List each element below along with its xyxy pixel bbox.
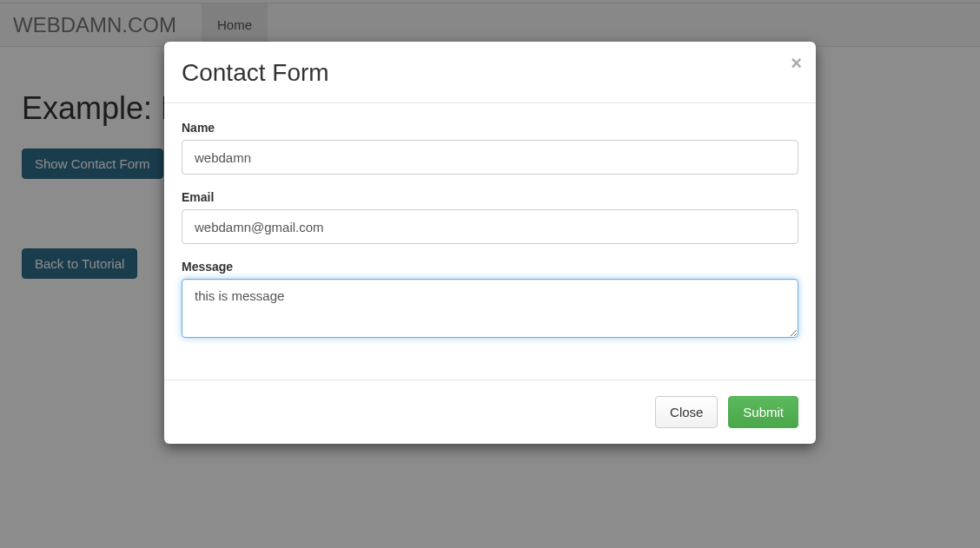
name-input[interactable] xyxy=(182,140,798,175)
modal-footer: Close Submit xyxy=(164,380,816,444)
name-label: Name xyxy=(182,121,798,135)
email-label: Email xyxy=(182,190,798,204)
modal-body: Name Email Message xyxy=(164,103,816,362)
form-group-name: Name xyxy=(182,121,798,175)
email-input[interactable] xyxy=(182,209,798,244)
contact-form-modal: Contact Form × Name Email Message Close … xyxy=(164,42,816,444)
form-group-message: Message xyxy=(182,260,798,338)
form-group-email: Email xyxy=(182,190,798,244)
close-icon[interactable]: × xyxy=(791,54,802,73)
message-label: Message xyxy=(182,260,798,274)
modal-header: Contact Form × xyxy=(164,42,816,103)
modal-title: Contact Form xyxy=(182,59,798,87)
submit-button[interactable]: Submit xyxy=(728,396,798,428)
message-textarea[interactable] xyxy=(182,279,798,338)
close-button[interactable]: Close xyxy=(655,396,718,428)
